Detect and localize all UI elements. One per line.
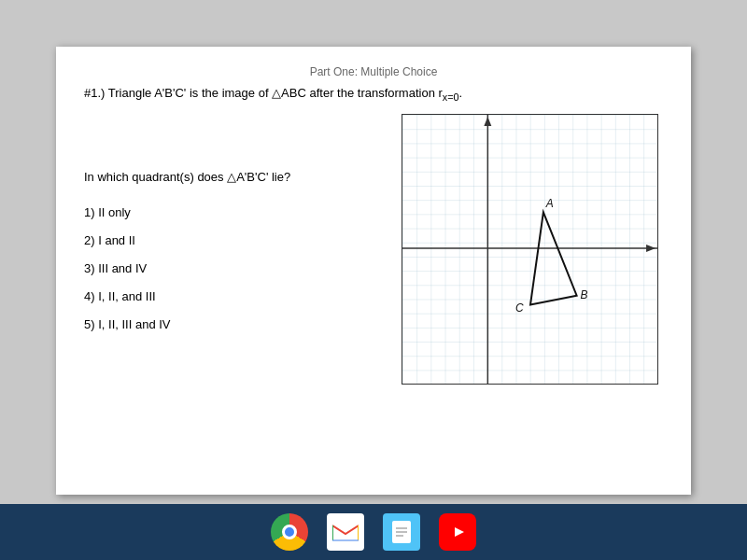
list-item: 2) I and II (84, 227, 383, 255)
question-intro: Triangle A'B'C' is the image of △ABC aft… (108, 86, 462, 100)
page-header: Part One: Multiple Choice (84, 65, 663, 78)
grid-svg: A B C (402, 115, 657, 384)
chrome-icon (271, 513, 308, 551)
answer-text: I, II, III and IV (98, 317, 170, 331)
answer-num: 3) (84, 261, 95, 275)
answer-num: 2) (84, 233, 95, 247)
question-title: #1.) Triangle A'B'C' is the image of △AB… (84, 86, 663, 103)
youtube-icon (439, 513, 476, 551)
files-svg (390, 519, 413, 545)
list-item: 3) III and IV (84, 255, 383, 283)
answer-num: 4) (84, 289, 95, 303)
answer-text: III and IV (98, 261, 147, 275)
list-item: 1) II only (84, 199, 383, 227)
document-area: Part One: Multiple Choice #1.) Triangle … (0, 0, 747, 504)
document-page: Part One: Multiple Choice #1.) Triangle … (56, 47, 691, 495)
gmail-svg (332, 522, 359, 542)
answer-text: I, II, and III (98, 289, 155, 303)
files-icon (383, 513, 420, 551)
coordinate-grid: A B C (402, 114, 658, 385)
question-text: In which quadrant(s) does △A'B'C' lie? (84, 170, 383, 184)
files-icon-container[interactable] (381, 511, 422, 553)
svg-text:A: A (545, 197, 554, 210)
content-area: In which quadrant(s) does △A'B'C' lie? 1… (84, 114, 663, 385)
answer-text: I and II (98, 233, 135, 247)
answer-text: II only (98, 205, 131, 219)
list-item: 4) I, II, and III (84, 283, 383, 311)
answer-num: 1) (84, 205, 95, 219)
youtube-svg (445, 524, 470, 540)
chrome-icon-container[interactable] (269, 511, 310, 553)
chrome-inner-circle (282, 525, 297, 539)
gmail-icon (327, 513, 364, 551)
svg-rect-0 (402, 115, 657, 384)
taskbar (0, 504, 747, 560)
svg-text:C: C (515, 301, 524, 315)
left-content: In which quadrant(s) does △A'B'C' lie? 1… (84, 114, 383, 385)
answer-num: 5) (84, 317, 95, 331)
svg-text:B: B (581, 287, 588, 301)
list-item: 5) I, II, III and IV (84, 311, 383, 339)
gmail-icon-container[interactable] (325, 511, 366, 553)
answer-choices: 1) II only 2) I and II 3) III and IV 4) … (84, 199, 383, 339)
right-content: A B C (402, 114, 663, 385)
question-number: #1.) (84, 86, 105, 100)
youtube-icon-container[interactable] (437, 511, 478, 553)
